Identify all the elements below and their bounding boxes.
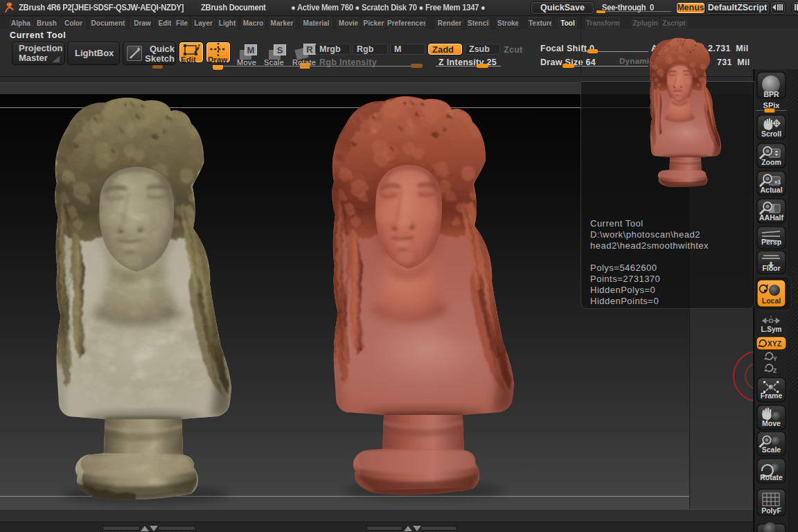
svg-text:Scale: Scale (762, 445, 781, 454)
svg-text:Floor: Floor (762, 264, 780, 272)
svg-text:Zoom: Zoom (761, 158, 781, 166)
svg-text:Frame: Frame (761, 391, 783, 400)
svg-text:AAHalf: AAHalf (759, 213, 784, 222)
svg-text:PolyF: PolyF (761, 506, 781, 515)
svg-text:Local: Local (762, 296, 781, 305)
svg-text:Rotate: Rotate (760, 473, 783, 481)
svg-text:L.Sym: L.Sym (761, 326, 781, 333)
svg-text:Actual: Actual (760, 186, 782, 194)
svg-text:Move: Move (762, 419, 781, 427)
svg-text:Y: Y (773, 355, 777, 362)
svg-text:x1: x1 (774, 179, 781, 185)
svg-text:BPR: BPR (763, 90, 779, 98)
svg-text:Scroll: Scroll (761, 130, 781, 138)
svg-text:XYZ: XYZ (768, 339, 782, 348)
svg-text:Z: Z (773, 367, 777, 374)
svg-text:Persp: Persp (761, 238, 781, 246)
